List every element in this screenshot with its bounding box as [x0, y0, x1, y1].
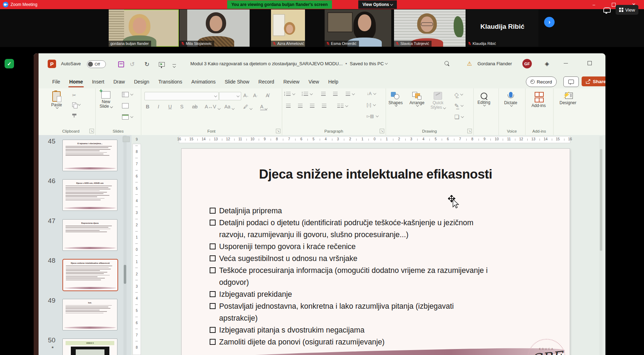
justify-button[interactable] [322, 104, 326, 108]
convert-smartart-button[interactable]: ▻▤ [367, 114, 378, 119]
slide-canvas[interactable]: Djeca snižene intelektualne efikasnosti … [182, 149, 570, 355]
slide-bullet[interactable]: Usporeniji tempo govora i kraće rečenice [210, 241, 555, 253]
italic-button[interactable]: I [158, 104, 159, 109]
align-right-button[interactable] [310, 104, 314, 108]
slide-thumbnail[interactable]: VIDEO 5 [62, 339, 117, 355]
account-name[interactable]: Gordana Flander [477, 61, 512, 66]
participant-tile[interactable]: Azra Ahmetović [271, 9, 305, 47]
redo-button[interactable]: ↻ [142, 60, 151, 69]
view-button[interactable]: View [616, 5, 638, 15]
participant-tile[interactable]: Mila Stojanovic [179, 9, 250, 47]
format-painter-button[interactable] [72, 114, 76, 115]
designer-button[interactable]: ⚡ Designer [560, 92, 576, 105]
slide-title[interactable]: Djeca snižene intelektualne efikasnosti [182, 167, 570, 182]
align-center-button[interactable] [298, 104, 303, 108]
font-name-input[interactable] [144, 92, 219, 100]
document-title[interactable]: Modul 3 Kako razgovarati sa djetetom o z… [190, 61, 387, 66]
autosave-toggle[interactable]: Off [87, 60, 106, 68]
font-size-input[interactable] [219, 92, 241, 100]
clipboard-dialog-launcher[interactable]: ↘ [89, 129, 94, 133]
save-button[interactable] [116, 60, 126, 69]
highlight-button[interactable]: 🖉 [243, 104, 252, 109]
font-dialog-launcher[interactable]: ↘ [276, 129, 280, 133]
shapes-button[interactable]: Shapes [388, 92, 403, 106]
share-button[interactable]: Share [582, 76, 605, 86]
tab-review[interactable]: Review [279, 75, 304, 88]
change-case-button[interactable]: Aa [224, 104, 234, 109]
customize-qat-button[interactable] [170, 60, 179, 69]
clear-formatting-button[interactable]: A̸ [266, 93, 269, 98]
slide-bullet[interactable]: Zamoliti dijete da ponovi (osigurati raz… [210, 336, 555, 348]
slide-thumbnail[interactable]: Istr. [62, 299, 117, 330]
cut-button[interactable]: ✂ [72, 93, 76, 98]
record-button[interactable]: Record [526, 76, 557, 87]
slide-thumbnail[interactable]: O tajnama i obećanjima... [62, 140, 117, 171]
tab-slide-show[interactable]: Slide Show [220, 75, 254, 88]
warning-icon[interactable]: ⚠ [467, 60, 472, 67]
decrease-font-button[interactable]: Aˇ [253, 93, 258, 98]
numbering-button[interactable] [304, 92, 312, 96]
zoom-minimize-button[interactable]: – [587, 1, 601, 8]
editing-button[interactable]: Editing [477, 93, 490, 106]
underline-button[interactable]: U [168, 104, 172, 109]
shape-outline-button[interactable]: ✎̲ [454, 102, 463, 109]
quick-styles-button[interactable]: QuickStyles [431, 92, 446, 110]
paragraph-dialog-launcher[interactable]: ↘ [380, 129, 384, 133]
arrange-button[interactable]: Arrange [409, 92, 425, 106]
comments-button[interactable] [563, 76, 579, 87]
next-participants-button[interactable]: › [544, 17, 555, 27]
tab-transitions[interactable]: Transitions [154, 75, 187, 88]
tab-animations[interactable]: Animations [187, 75, 220, 88]
avatar[interactable]: GF [522, 59, 532, 68]
align-text-button[interactable]: [↕] [367, 102, 375, 107]
slide-scrollbar-thumb[interactable] [600, 149, 602, 251]
shape-effects-button[interactable]: ❏ [454, 114, 463, 120]
tab-help[interactable]: Help [324, 75, 343, 88]
decrease-indent-button[interactable] [321, 92, 326, 96]
align-left-button[interactable] [286, 104, 291, 108]
slide-bullet[interactable]: Izbjegavati prekidanje [210, 288, 555, 300]
participant-tile[interactable]: Esma Omerdić [325, 9, 391, 47]
undo-button[interactable]: ↺ [128, 60, 137, 69]
slide-bullet[interactable]: Detaljni podaci o djetetu (identificirat… [210, 217, 555, 241]
slide-bullet[interactable]: Veća sugestibilnost u odnosu na vršnjake [210, 253, 555, 264]
slide-bullet[interactable]: Izbjegavati pitanja s dvostrukim negacij… [210, 324, 555, 336]
tab-draw[interactable]: Draw [109, 75, 129, 88]
increase-font-button[interactable]: A^ [243, 93, 248, 98]
slide-bullet[interactable]: Teškoće procesuiranja informacija (omogu… [210, 264, 555, 288]
bold-button[interactable]: B [146, 104, 149, 109]
increase-indent-button[interactable] [333, 92, 338, 96]
view-options-button[interactable]: View Options [358, 0, 397, 9]
tab-insert[interactable]: Insert [87, 75, 109, 88]
font-color-button[interactable]: A [260, 104, 267, 110]
strikethrough-button[interactable]: ab [192, 104, 198, 109]
panel-scrollbar[interactable] [123, 135, 127, 355]
ppt-minimize-button[interactable] [564, 63, 568, 63]
paste-button[interactable]: Paste [51, 91, 62, 108]
slide-body-text[interactable]: Detaljnija pripremaDetaljni podaci o dje… [210, 205, 555, 348]
slide-thumbnail[interactable]: Djeca snižene intelektualne efikasnosti [62, 259, 118, 291]
shadow-button[interactable]: S [180, 104, 183, 109]
search-button[interactable] [445, 61, 449, 66]
start-slideshow-button[interactable] [157, 60, 166, 69]
drawing-dialog-launcher[interactable]: ↘ [467, 129, 472, 133]
bullets-button[interactable] [286, 92, 295, 96]
tab-file[interactable]: File [48, 75, 65, 88]
participant-tile[interactable]: gordana buljan flander [109, 9, 179, 47]
slide-thumbnail[interactable]: Djeca s ADD-om, ADHD-om [62, 179, 117, 211]
tab-home[interactable]: Home [65, 75, 88, 88]
columns-button[interactable] [337, 104, 348, 108]
slide-bullet[interactable]: Detaljnija priprema [210, 205, 555, 217]
layout-button[interactable] [122, 92, 133, 97]
text-direction-button[interactable]: ↓A [367, 91, 376, 96]
new-slide-button[interactable]: NewSlide [100, 91, 113, 109]
character-spacing-button[interactable]: A↔V [205, 104, 220, 109]
section-button[interactable] [122, 114, 133, 120]
tab-record[interactable]: Record [254, 75, 279, 88]
panel-scrollbar-thumb[interactable] [124, 265, 126, 284]
tab-view[interactable]: View [304, 75, 324, 88]
participant-tile[interactable]: Klaudija RibićKlaudija Ribić [466, 9, 538, 47]
slide-thumbnail[interactable]: Depresivna djeca [62, 219, 117, 251]
security-shield-icon[interactable]: ✓ [5, 59, 14, 68]
dictate-button[interactable]: Dictate [504, 92, 517, 106]
